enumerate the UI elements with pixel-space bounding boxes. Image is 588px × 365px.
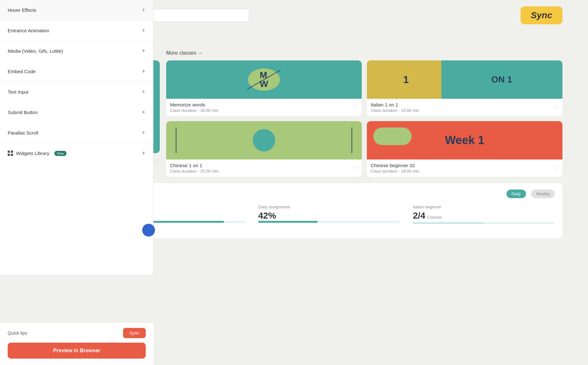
- tab-weekly[interactable]: Weekly: [531, 190, 555, 198]
- memorize-words-image: MW: [166, 60, 362, 99]
- mw-oval: MW: [248, 68, 280, 91]
- chinese-beginner02-duration: Class duration - 18:00 min: [371, 169, 419, 174]
- entrance-animation-plus-icon: +: [142, 27, 145, 34]
- italian-1on1-text-1: 1: [403, 74, 409, 86]
- italian-1on1-left: 1: [367, 60, 445, 99]
- widgets-library-label: Widgets Library: [16, 151, 49, 156]
- vline-left: [176, 128, 176, 153]
- entrance-animation-label: Entrance Animation: [8, 28, 49, 33]
- activity-header: Recent activity Daily Weekly: [104, 190, 555, 198]
- chinese-beginner02-heart-icon[interactable]: ♡: [553, 164, 559, 172]
- stat-italian-beginner-value: 2/4: [413, 211, 425, 221]
- widgets-dot-3: [8, 154, 10, 156]
- parallax-scroll-label: Parallax Scroll: [8, 130, 38, 136]
- class-card-italian-1on1[interactable]: 1 ON 1 Italian 1 on 1 Class duration - 1…: [367, 60, 562, 116]
- stat-italian-beginner-sub: Classes: [427, 215, 442, 220]
- widgets-dot-1: [8, 151, 10, 153]
- chinese-1on1-body: Chinese 1 on 1 Class duration - 25:00 mi…: [166, 159, 362, 177]
- week1-blob: [373, 128, 412, 145]
- memorize-words-title: Memorize words: [170, 102, 219, 107]
- widgets-dot-2: [11, 151, 13, 153]
- vline-right: [352, 128, 352, 153]
- italian-1on1-title: Italian 1 on 1: [371, 102, 419, 107]
- text-input-plus-icon: +: [142, 88, 145, 96]
- panel-item-text-input[interactable]: Text Input +: [0, 82, 153, 102]
- stat-daily-assignment-value: 42%: [258, 211, 400, 221]
- parallax-scroll-plus-icon: +: [142, 129, 145, 136]
- chinese-1on1-heart-icon[interactable]: ♡: [352, 164, 358, 172]
- quick-tips-label: Quick tips: [8, 330, 27, 336]
- chinese-1on1-title: Chinese 1 on 1: [170, 163, 219, 168]
- week1-text: Week 1: [445, 134, 484, 147]
- tab-daily[interactable]: Daily: [507, 190, 526, 198]
- stat-daily-assignment: Daily assignment 42%: [258, 205, 400, 224]
- text-input-label: Text Input: [8, 89, 28, 95]
- chinese-beginner02-body: Chinese beginner 02 Class duration - 18:…: [367, 159, 562, 177]
- stat-italian-beginner-label: Italian beginner: [413, 205, 555, 209]
- activity-card: Recent activity Daily Weekly Daily Itali…: [96, 183, 562, 238]
- italian-1on1-duration: Class duration - 15:00 min: [371, 108, 419, 113]
- panel-item-entrance-animation[interactable]: Entrance Animation +: [0, 20, 153, 41]
- classes-grid: MW Memorize words Class duration - 30:00…: [166, 60, 562, 177]
- media-plus-icon: +: [142, 47, 145, 55]
- quick-tips-row: Quick tips Sync: [8, 328, 146, 338]
- bottom-bar: Quick tips Sync Preview in Browser: [0, 322, 153, 365]
- chinese-beginner02-title: Chinese beginner 02: [371, 163, 419, 168]
- more-classes-link[interactable]: More classes →: [166, 50, 562, 56]
- italian-1on1-heart-icon[interactable]: ♡: [553, 104, 559, 111]
- stats-row: Daily Italian practice 85% Daily assignm…: [104, 205, 555, 224]
- panel-item-parallax-scroll[interactable]: Parallax Scroll +: [0, 123, 153, 143]
- italian-1on1-image: 1 ON 1: [367, 60, 562, 99]
- sync-badge: Sync: [521, 6, 562, 24]
- memorize-words-heart-icon[interactable]: ♡: [352, 104, 358, 111]
- submit-button-plus-icon: +: [142, 109, 145, 116]
- media-label: Media (Video, Gifs, Lottie): [8, 48, 63, 54]
- italian-1on1-on1-text: ON 1: [491, 74, 512, 85]
- italian-1on1-right: ON 1: [441, 60, 562, 99]
- hover-effects-label: Hover Effects: [8, 7, 36, 13]
- teal-circle: [253, 129, 275, 151]
- blue-dot-indicator: [142, 224, 155, 237]
- memorize-words-duration: Class duration - 30:00 min: [170, 108, 219, 113]
- stat-daily-assignment-bar-bg: [258, 221, 400, 223]
- widgets-grid-icon: [8, 151, 13, 156]
- panel-item-hover-effects[interactable]: Hover Effects +: [0, 0, 153, 20]
- stat-italian-beginner-bar-fill: [413, 222, 484, 224]
- left-panel: Hover Effects + Entrance Animation + Med…: [0, 0, 153, 275]
- italian-1on1-body: Italian 1 on 1 Class duration - 15:00 mi…: [367, 99, 562, 116]
- widgets-row: Widgets Library New: [8, 151, 66, 156]
- stat-daily-assignment-label: Daily assignment: [258, 205, 400, 209]
- stat-italian-beginner-bar-bg: [413, 222, 555, 224]
- submit-button-label: Submit Button: [8, 110, 38, 115]
- panel-item-submit-button[interactable]: Submit Button +: [0, 102, 153, 123]
- class-card-chinese-1on1[interactable]: Chinese 1 on 1 Class duration - 25:00 mi…: [166, 121, 362, 177]
- widgets-dot-4: [11, 154, 13, 156]
- class-card-memorize-words[interactable]: MW Memorize words Class duration - 30:00…: [166, 60, 362, 116]
- stat-daily-assignment-bar-fill: [258, 221, 318, 223]
- embed-code-label: Embed Code: [8, 69, 36, 74]
- panel-item-media[interactable]: Media (Video, Gifs, Lottie) +: [0, 41, 153, 61]
- featured-card-heart-icon[interactable]: ♡: [154, 158, 160, 166]
- stat-italian-beginner: Italian beginner 2/4 Classes: [413, 205, 555, 224]
- new-badge: New: [54, 151, 66, 156]
- sync-button[interactable]: Sync: [123, 328, 146, 338]
- panel-item-embed-code[interactable]: Embed Code +: [0, 61, 153, 82]
- memorize-words-body: Memorize words Class duration - 30:00 mi…: [166, 99, 362, 116]
- chinese-1on1-duration: Class duration - 25:00 min: [170, 169, 219, 174]
- panel-item-widgets-library[interactable]: Widgets Library New +: [0, 143, 153, 164]
- chinese-beginner02-image: Week 1: [367, 121, 562, 159]
- chinese-1on1-image: [166, 121, 362, 159]
- preview-browser-button[interactable]: Preview in Browser: [8, 343, 146, 359]
- embed-code-plus-icon: +: [142, 68, 145, 75]
- hover-effects-plus-icon: +: [142, 6, 145, 14]
- more-classes-section: More classes → MW Memorize words Class d…: [166, 50, 562, 177]
- widgets-library-plus-icon: +: [142, 150, 145, 157]
- class-card-chinese-beginner-02[interactable]: Week 1 Chinese beginner 02 Class duratio…: [367, 121, 562, 177]
